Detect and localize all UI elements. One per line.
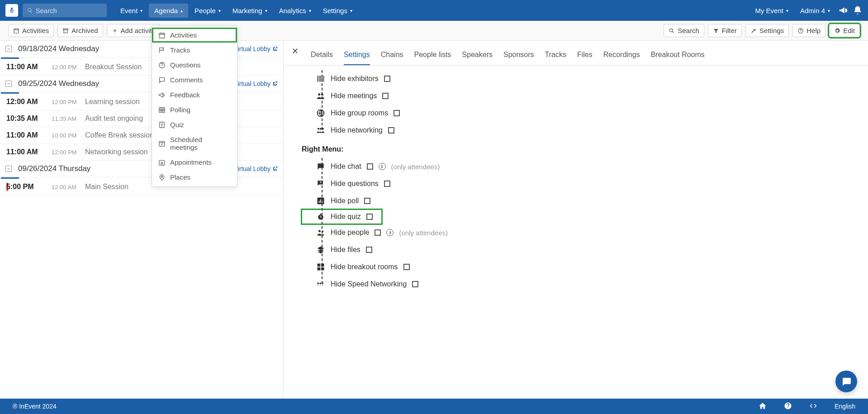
activity-title: Audit test ongoing [85, 114, 143, 123]
setting-hide-people: Hide peoplei(only attendees) [302, 224, 850, 241]
logo[interactable] [5, 4, 18, 17]
setting-label: Hide people [331, 228, 369, 237]
checkbox[interactable] [366, 214, 373, 220]
archived-label: Archived [71, 27, 98, 34]
info-icon[interactable]: i [379, 163, 386, 170]
setting-label: Hide chat [331, 162, 361, 171]
nav-settings[interactable]: Settings▾ [318, 4, 358, 18]
checkbox[interactable] [403, 264, 410, 270]
dropdown-appointments[interactable]: Appointments [152, 155, 237, 170]
nav-event[interactable]: Event▾ [115, 4, 148, 18]
checkbox[interactable] [375, 229, 381, 236]
navbar-right: My Event ▾ Admin 4 ▾ [751, 4, 863, 17]
setting-hide-questions: Hide questions [302, 175, 850, 192]
checkbox[interactable] [382, 93, 389, 99]
nav-marketing[interactable]: Marketing▾ [227, 4, 273, 18]
dropdown-activities[interactable]: Activities [152, 28, 237, 43]
start-time: 10:35 AM [6, 114, 52, 123]
chevron-down-icon: ▾ [265, 8, 267, 13]
tab-speakers[interactable]: Speakers [462, 47, 493, 65]
close-icon[interactable]: ✕ [288, 44, 302, 58]
help-button[interactable]: Help [792, 24, 825, 37]
activity-row[interactable]: 11:00 AM12:00 PMNetworking session [0, 144, 283, 161]
comment-icon [158, 76, 166, 84]
dropdown-scheduled-meetings[interactable]: Scheduled meetings [152, 132, 237, 155]
checkbox[interactable] [384, 76, 390, 82]
checkbox[interactable] [364, 198, 370, 204]
event-switcher[interactable]: My Event ▾ [751, 4, 792, 17]
tab-people-lists[interactable]: People lists [414, 47, 451, 65]
help-icon[interactable] [784, 402, 792, 411]
setting-hide-poll: Hide poll [302, 192, 850, 209]
dropdown-polling[interactable]: Polling [152, 102, 237, 117]
checkbox[interactable] [384, 181, 390, 187]
activity-row[interactable]: 5:00 PM12:00 AMMain Session [0, 179, 283, 195]
notifications-icon[interactable] [853, 5, 863, 15]
checkbox[interactable] [394, 110, 400, 116]
language-selector[interactable]: English [835, 403, 855, 410]
setting-hide-files: Hide files [302, 241, 850, 258]
dropdown-questions[interactable]: Questions [152, 57, 237, 72]
checkbox[interactable] [367, 163, 373, 170]
dropdown-comments[interactable]: Comments [152, 72, 237, 87]
dashed-line [322, 70, 323, 130]
filter-button[interactable]: Filter [708, 24, 742, 37]
search-input[interactable] [35, 7, 102, 14]
tab-recordings[interactable]: Recordings [603, 47, 640, 65]
activities-button[interactable]: Activities [8, 24, 54, 37]
dropdown-places[interactable]: Places [152, 170, 237, 185]
chevron-down-icon: ▾ [786, 8, 788, 13]
activity-row[interactable]: 11:00 AM10:00 PMCoffee Break session [0, 127, 283, 144]
global-search[interactable] [23, 4, 107, 17]
activity-title: Main Session [85, 183, 128, 191]
virtual-lobby-link[interactable]: Virtual Lobby [234, 80, 278, 87]
announcements-icon[interactable] [838, 5, 848, 15]
collapse-icon[interactable]: − [5, 81, 12, 87]
checkbox[interactable] [388, 127, 394, 133]
home-icon[interactable] [759, 402, 767, 411]
checkbox[interactable] [366, 247, 372, 253]
svg-rect-32 [320, 283, 321, 284]
activity-row[interactable]: 11:00 AM12:00 PMBreakout Session [0, 59, 283, 76]
user-menu[interactable]: Admin 4 ▾ [797, 4, 834, 17]
collapse-icon[interactable]: − [5, 46, 12, 52]
setting-label: Hide files [331, 246, 360, 254]
settings-button[interactable]: Settings [745, 24, 789, 37]
svg-point-16 [318, 128, 319, 130]
speed-icon [316, 280, 325, 289]
info-icon[interactable]: i [386, 229, 394, 236]
dropdown-tracks[interactable]: Tracks [152, 43, 237, 57]
checkbox[interactable] [412, 281, 418, 287]
chat-launcher[interactable] [835, 371, 857, 392]
tab-breakout-rooms[interactable]: Breakout Rooms [651, 47, 705, 65]
activity-row[interactable]: 12:00 AM12:00 PMLearning session [0, 94, 283, 110]
nav-analytics[interactable]: Analytics▾ [274, 4, 317, 18]
tab-tracks[interactable]: Tracks [545, 47, 566, 65]
nav-people[interactable]: People▾ [189, 4, 226, 18]
dropdown-feedback[interactable]: Feedback [152, 87, 237, 102]
day-header: −09/26/2024 ThursdayVirtual Lobby [0, 161, 283, 177]
collapse-icon[interactable]: − [5, 166, 12, 172]
calendar-icon [158, 32, 166, 39]
tab-sponsors[interactable]: Sponsors [503, 47, 534, 65]
tab-settings[interactable]: Settings [344, 47, 370, 66]
archived-button[interactable]: Archived [57, 24, 103, 37]
end-time: 12:00 PM [52, 64, 85, 71]
tab-details[interactable]: Details [311, 47, 333, 65]
calendar-icon [13, 28, 19, 34]
virtual-lobby-link[interactable]: Virtual Lobby [234, 45, 278, 52]
svg-rect-20 [319, 201, 320, 203]
activity-row[interactable]: 10:35 AM11:35 AMAudit test ongoing [0, 110, 283, 127]
dashed-line [322, 158, 323, 284]
tab-chains[interactable]: Chains [381, 47, 403, 65]
search-button[interactable]: Search [664, 24, 704, 37]
virtual-lobby-link[interactable]: Virtual Lobby [234, 165, 278, 172]
detail-body: Hide exhibitorsHide meetingsHide group r… [284, 66, 868, 399]
code-icon[interactable] [809, 402, 817, 411]
nav-agenda[interactable]: Agenda▴ [149, 4, 188, 18]
dropdown-quiz[interactable]: Quiz [152, 117, 237, 132]
setting-hide-group-rooms: Hide group rooms [302, 105, 850, 122]
svg-rect-24 [320, 214, 321, 215]
edit-button[interactable]: Edit [829, 24, 860, 37]
tab-files[interactable]: Files [577, 47, 593, 65]
